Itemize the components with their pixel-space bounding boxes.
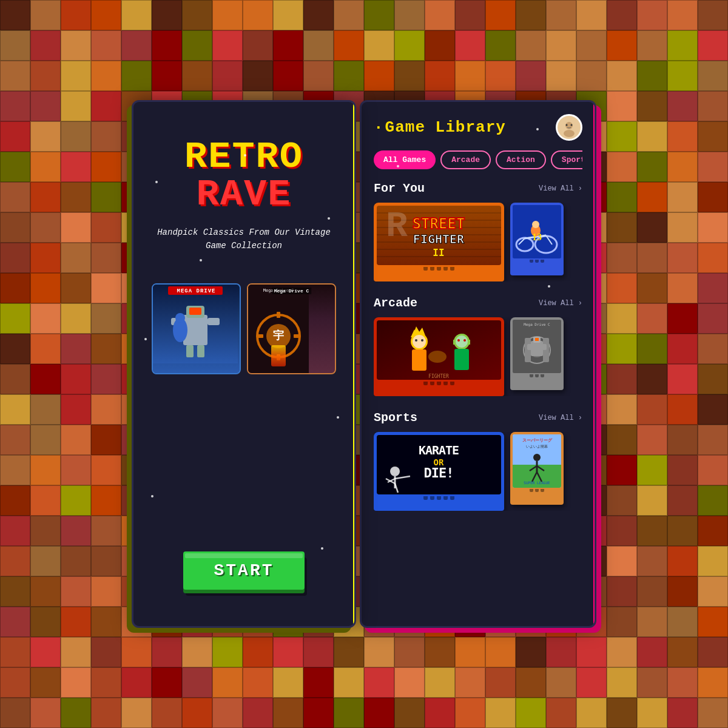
svg-rect-48 <box>377 320 501 380</box>
svg-rect-74 <box>535 338 539 341</box>
tab-all-games[interactable]: All Games <box>374 150 436 169</box>
retro-rave-title: RETRO RAVE <box>184 138 303 214</box>
svg-text:II: II <box>433 247 444 258</box>
arcade-title: Arcade <box>374 296 417 310</box>
svg-rect-18 <box>257 334 263 338</box>
star-decor <box>397 165 399 167</box>
arcade-header: Arcade View All <box>374 296 582 310</box>
db-art-svg: FIGHTER <box>377 320 501 380</box>
tab-arcade[interactable]: Arcade <box>440 150 491 169</box>
screens-container: RETRO RAVE Handpick Classics From Our Vi… <box>0 0 728 728</box>
game-preview-section: MEGA DRIVE <box>152 283 336 374</box>
svg-rect-75 <box>527 344 532 350</box>
svg-rect-21 <box>271 345 286 366</box>
db-cart-wrapper[interactable]: FIGHTER <box>374 317 504 396</box>
svg-point-54 <box>415 339 417 342</box>
preview-cart-1: MEGA DRIVE <box>152 283 241 374</box>
avatar[interactable] <box>556 114 582 141</box>
svg-rect-8 <box>186 345 194 357</box>
mech-art-svg: MEGA DRIVE <box>153 285 238 363</box>
mega-drive-art-2: Mega Drive C 宇 <box>248 285 335 373</box>
svg-point-62 <box>463 339 466 342</box>
phone-left: RETRO RAVE Handpick Classics From Our Vi… <box>132 100 356 628</box>
superleague-art-svg: スーパーリーグ いよいよ開幕 SUPER LEAGUE <box>513 434 561 488</box>
svg-rect-63 <box>454 349 469 370</box>
svg-point-55 <box>421 339 423 342</box>
svg-text:R: R <box>386 206 408 247</box>
svg-text:スーパーリーグ: スーパーリーグ <box>522 438 553 443</box>
svg-text:STREET: STREET <box>413 215 465 232</box>
for-you-title: For You <box>374 181 425 195</box>
sports-games: KARATE OR DIE! <box>374 432 582 511</box>
svg-point-11 <box>175 313 185 323</box>
filter-tabs: All Games Arcade Action Sport <box>374 150 582 169</box>
library-title: Game Library <box>374 118 506 136</box>
gray-cart-art-svg: Mega Drive C <box>513 320 561 373</box>
subtitle-text: Handpick Classics From Our Vintage Game … <box>152 226 336 253</box>
right-phone-content: Game Library All Games Arcade Action <box>362 102 595 626</box>
preview-cart-2: Mega Drive C 宇 <box>247 283 336 374</box>
svg-text:いよいよ開幕: いよいよ開幕 <box>526 444 548 448</box>
svg-rect-5 <box>189 308 201 315</box>
sports-view-all[interactable]: View All <box>539 414 582 422</box>
karate-art-svg: KARATE OR DIE! <box>377 435 501 494</box>
svg-rect-72 <box>531 341 543 356</box>
tab-action[interactable]: Action <box>496 150 546 169</box>
svg-point-92 <box>533 454 541 461</box>
moto-cart-wrapper[interactable]: 13 <box>510 203 564 281</box>
svg-point-61 <box>457 339 460 342</box>
svg-point-25 <box>566 124 568 126</box>
svg-text:宇: 宇 <box>273 329 284 342</box>
svg-text:SUPER LEAGUE: SUPER LEAGUE <box>524 480 550 485</box>
svg-text:FIGHTER: FIGHTER <box>413 232 465 246</box>
svg-rect-19 <box>294 334 300 338</box>
svg-text:KARATE: KARATE <box>419 443 459 457</box>
svg-rect-1 <box>168 286 223 295</box>
svg-point-24 <box>564 130 575 137</box>
for-you-games: STREET FIGHTER II R <box>374 203 582 281</box>
arcade-view-all[interactable]: View All <box>539 299 582 308</box>
gray-cart-wrapper[interactable]: Mega Drive C <box>510 317 564 396</box>
library-header: Game Library <box>374 114 582 141</box>
svg-text:Mega Drive C: Mega Drive C <box>263 288 294 293</box>
svg-rect-16 <box>277 312 280 318</box>
for-you-view-all[interactable]: View All <box>539 184 582 193</box>
sports-header: Sports View All <box>374 411 582 425</box>
svg-text:DIE!: DIE! <box>424 465 454 480</box>
start-button-container: START <box>183 551 304 590</box>
cart2-art-svg: Mega Drive C 宇 <box>248 285 309 373</box>
svg-point-46 <box>532 221 539 228</box>
svg-rect-76 <box>542 344 547 350</box>
svg-text:13: 13 <box>532 232 542 242</box>
sports-title: Sports <box>374 411 417 425</box>
sf2-art-svg: STREET FIGHTER II R <box>377 206 501 265</box>
svg-text:Mega Drive C: Mega Drive C <box>524 322 550 327</box>
superleague-cart-wrapper[interactable]: スーパーリーグ いよいよ開幕 SUPER LEAGUE <box>510 432 564 511</box>
svg-point-26 <box>571 124 573 126</box>
svg-point-81 <box>390 467 400 476</box>
tab-sport[interactable]: Sport <box>551 150 582 169</box>
star-decor <box>144 338 147 340</box>
arcade-games: FIGHTER <box>374 317 582 396</box>
svg-text:FIGHTER: FIGHTER <box>428 374 449 379</box>
svg-rect-9 <box>197 345 204 357</box>
svg-text:MEGA DRIVE: MEGA DRIVE <box>181 288 210 294</box>
svg-rect-7 <box>207 318 220 325</box>
phone-right: Game Library All Games Arcade Action <box>360 100 596 628</box>
avatar-face-svg <box>559 118 579 137</box>
sf2-cart-wrapper[interactable]: STREET FIGHTER II R <box>374 203 504 281</box>
svg-point-60 <box>456 335 468 348</box>
svg-point-64 <box>428 351 447 363</box>
for-you-header: For You View All <box>374 181 582 195</box>
mega-drive-art: MEGA DRIVE <box>153 285 240 373</box>
start-button[interactable]: START <box>183 551 304 590</box>
svg-point-53 <box>413 335 426 348</box>
karate-cart-wrapper[interactable]: KARATE OR DIE! <box>374 432 504 511</box>
svg-rect-56 <box>412 349 426 371</box>
moto-art-svg: 13 <box>513 205 561 258</box>
